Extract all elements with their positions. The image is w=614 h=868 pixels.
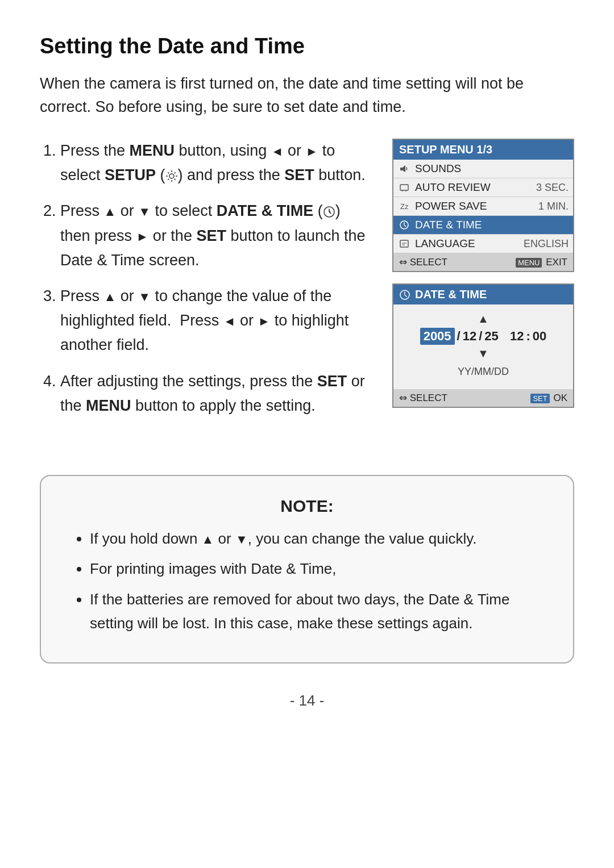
setup-menu-panel: SETUP MENU 1/3 SOUNDS AUTO REVIEW 3 SEC.…: [392, 139, 574, 272]
datetime-panel: DATE & TIME ▲ 2005 / 12 / 25 12 : 00 ▼ Y…: [392, 283, 574, 408]
set-keyword-3: SET: [317, 373, 347, 390]
datetime-body: ▲ 2005 / 12 / 25 12 : 00 ▼ YY/MM/DD: [393, 304, 573, 389]
datetime-label: DATE & TIME: [415, 219, 569, 231]
datetime-format: YY/MM/DD: [399, 366, 567, 378]
datetime-ok-label: SET OK: [530, 393, 567, 404]
review-icon: [398, 181, 410, 194]
auto-review-label: AUTO REVIEW: [415, 181, 532, 194]
clock-icon: [323, 206, 335, 218]
language-icon: [398, 237, 410, 250]
arrow-left-icon: ◄: [271, 144, 284, 158]
note-list: If you hold down ▲ or ▼, you can change …: [69, 527, 545, 635]
arrow-left-2-icon: ◄: [223, 314, 236, 328]
time-colon: :: [526, 329, 530, 344]
power-icon: Zz: [398, 200, 410, 212]
ui-panels: SETUP MENU 1/3 SOUNDS AUTO REVIEW 3 SEC.…: [392, 139, 574, 408]
language-value: ENGLISH: [524, 238, 569, 250]
hour-value: 12: [510, 329, 524, 344]
step-3: Press ▲ or ▼ to change the value of the …: [60, 284, 370, 358]
datetime-footer: ⇔ SELECT SET OK: [393, 389, 573, 407]
arrow-right-2-icon: ►: [136, 229, 149, 244]
datetime-panel-header: DATE & TIME: [393, 285, 573, 304]
sound-icon: [398, 162, 410, 175]
menu-badge: MENU: [516, 258, 542, 268]
svg-marker-3: [403, 165, 405, 172]
setup-select-label: ⇔ SELECT: [399, 256, 447, 268]
auto-review-value: 3 SEC.: [536, 182, 569, 194]
note-item-3: If the batteries are removed for about t…: [90, 588, 545, 635]
arrow-right-3-icon: ►: [258, 314, 270, 328]
step-1: Press the MENU button, using ◄ or ► to s…: [60, 139, 370, 187]
svg-point-0: [169, 174, 174, 178]
note-box: NOTE: If you hold down ▲ or ▼, you can c…: [40, 475, 574, 663]
setup-exit-label: MENU EXIT: [516, 257, 567, 268]
time-gap: [501, 329, 508, 344]
year-value: 2005: [420, 328, 455, 345]
menu-keyword-2: MENU: [86, 397, 131, 414]
menu-row-auto-review: AUTO REVIEW 3 SEC.: [393, 178, 573, 197]
date-separator-2: /: [479, 329, 482, 344]
step-4: After adjusting the settings, press the …: [60, 369, 370, 418]
day-value: 25: [484, 329, 498, 344]
page-title: Setting the Date and Time: [40, 34, 574, 59]
note-arrow-down-icon: ▼: [235, 532, 248, 546]
datetime-down-arrow: ▼: [399, 347, 567, 360]
svg-rect-7: [400, 240, 408, 247]
month-value: 12: [463, 329, 476, 344]
note-item-2: For printing images with Date & Time,: [90, 557, 545, 581]
language-label: LANGUAGE: [415, 237, 519, 250]
note-item-1: If you hold down ▲ or ▼, you can change …: [90, 527, 545, 551]
note-title: NOTE:: [69, 496, 545, 516]
datetime-header-icon: [399, 289, 410, 301]
step-2: Press ▲ or ▼ to select DATE & TIME () th…: [60, 199, 370, 273]
datetime-select-label: ⇔ SELECT: [399, 392, 447, 404]
set-keyword: SET: [284, 166, 314, 183]
power-save-label: POWER SAVE: [415, 200, 534, 212]
datetime-keyword: DATE & TIME: [217, 202, 314, 219]
svg-text:Zz: Zz: [400, 202, 409, 211]
page-number: - 14 -: [40, 692, 574, 710]
menu-row-datetime: DATE & TIME: [393, 216, 573, 235]
set-badge: SET: [530, 394, 549, 403]
menu-keyword: MENU: [130, 142, 175, 159]
datetime-up-arrow: ▲: [399, 312, 567, 326]
datetime-menu-icon: [398, 219, 410, 231]
arrow-up-2-icon: ▲: [104, 290, 117, 304]
set-keyword-2: SET: [196, 227, 226, 244]
arrow-down-2-icon: ▼: [138, 290, 151, 304]
arrow-right-icon: ►: [305, 144, 318, 158]
date-separator-1: /: [457, 329, 460, 344]
setup-menu-header: SETUP MENU 1/3: [393, 140, 573, 160]
minute-value: 00: [533, 329, 546, 344]
menu-row-sounds: SOUNDS: [393, 160, 573, 178]
svg-rect-2: [400, 168, 403, 170]
steps-list: Press the MENU button, using ◄ or ► to s…: [40, 139, 370, 429]
setup-icon: [165, 170, 178, 182]
power-save-value: 1 MIN.: [538, 201, 569, 212]
menu-row-power-save: Zz POWER SAVE 1 MIN.: [393, 197, 573, 216]
intro-paragraph: When the camera is first turned on, the …: [40, 72, 574, 118]
svg-rect-4: [400, 185, 408, 190]
datetime-panel-title: DATE & TIME: [415, 288, 487, 301]
sounds-label: SOUNDS: [415, 162, 569, 175]
datetime-value-row: 2005 / 12 / 25 12 : 00: [399, 328, 567, 345]
setup-menu-footer: ⇔ SELECT MENU EXIT: [393, 253, 573, 271]
arrow-down-icon: ▼: [138, 205, 151, 219]
setup-keyword: SETUP: [105, 166, 156, 183]
arrow-up-icon: ▲: [104, 205, 117, 219]
content-area: Press the MENU button, using ◄ or ► to s…: [40, 139, 574, 429]
menu-row-language: LANGUAGE ENGLISH: [393, 235, 573, 253]
note-arrow-up-icon: ▲: [202, 532, 214, 546]
